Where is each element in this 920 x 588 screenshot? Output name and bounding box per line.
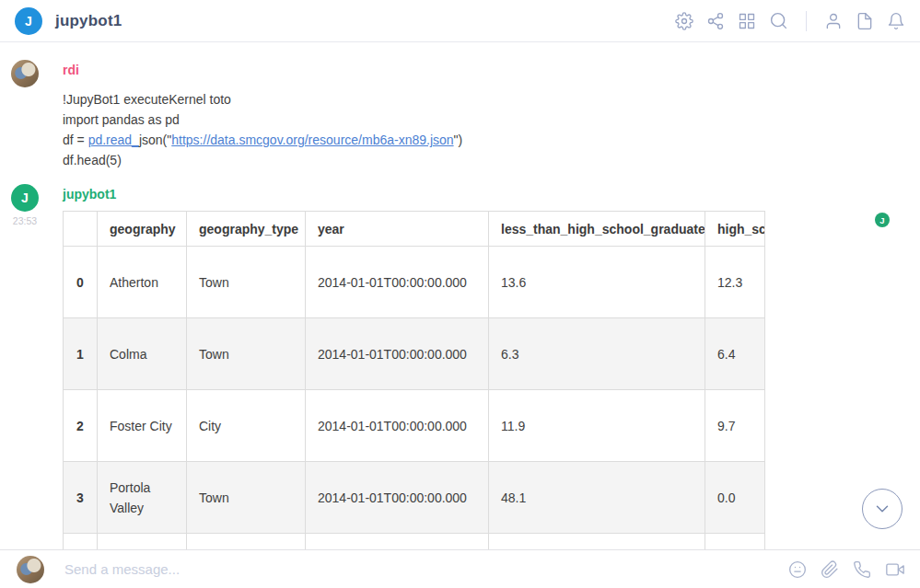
composer-toolbar	[788, 560, 905, 579]
table-cell: City	[187, 390, 306, 462]
table-cell: Town	[187, 318, 306, 390]
table-cell: Town	[187, 247, 306, 318]
jump-to-bottom-button[interactable]	[862, 489, 903, 529]
column-header-hs-graduate: high_school_graduate	[705, 212, 766, 247]
user-avatar-rdi[interactable]	[11, 60, 39, 87]
video-call-icon[interactable]	[885, 560, 905, 579]
table-cell: Atherton	[98, 247, 187, 318]
user-icon[interactable]	[824, 12, 843, 30]
table-cell: 2014-01-01T00:00:00.000	[306, 462, 489, 534]
table-row: 3 Portola Valley Town 2014-01-01T00:00:0…	[64, 462, 766, 534]
table-cell: 2014-01-01T00:00:00.000	[306, 247, 489, 318]
message-input[interactable]	[64, 561, 788, 577]
table-cell: 9.7	[705, 390, 766, 462]
paperclip-icon[interactable]	[821, 560, 839, 579]
code-line: !JupyBot1 executeKernel toto	[63, 89, 920, 110]
table-cell: 13.6	[489, 247, 705, 318]
table-row: 2 Foster City City 2014-01-01T00:00:00.0…	[64, 390, 766, 462]
dataframe-table: geography geography_type year less_than_…	[63, 211, 765, 549]
share-icon[interactable]	[706, 12, 725, 30]
code-text: df =	[63, 133, 88, 147]
table-cell: 11.9	[489, 390, 705, 462]
table-cell: 12.3	[705, 247, 766, 318]
table-row: 1 Colma Town 2014-01-01T00:00:00.000 6.3…	[64, 318, 766, 390]
table-cell	[705, 534, 766, 550]
message-jupybot1: J 23:53 jupybot1 geography	[0, 184, 920, 549]
message-gutter	[11, 60, 63, 170]
code-text: json("	[139, 133, 171, 147]
table-cell: 0.0	[705, 462, 766, 534]
table-cell	[98, 534, 187, 550]
row-index: 1	[64, 318, 98, 390]
table-cell	[187, 534, 306, 550]
code-line: df.head(5)	[63, 150, 920, 170]
message-body: rdi !JupyBot1 executeKernel toto import …	[63, 60, 920, 170]
chevron-down-icon	[872, 499, 892, 519]
composer-user-avatar	[17, 556, 44, 583]
code-line: df = pd.read_json("https://data.smcgov.o…	[63, 130, 920, 150]
table-cell: 2014-01-01T00:00:00.000	[306, 318, 489, 390]
settings-gear-icon[interactable]	[675, 12, 693, 30]
table-cell: 6.3	[489, 318, 705, 390]
emoji-icon[interactable]	[788, 560, 807, 579]
apps-grid-icon[interactable]	[738, 12, 756, 30]
table-cell: 2014-01-01T00:00:00.000	[306, 390, 489, 462]
row-index: 0	[64, 247, 98, 318]
row-index	[64, 534, 98, 550]
table-row: 0 Atherton Town 2014-01-01T00:00:00.000 …	[64, 247, 766, 318]
column-header-year: year	[306, 212, 489, 247]
column-header-geography: geography	[98, 212, 187, 247]
column-header-index	[64, 212, 98, 247]
message-gutter: J 23:53	[11, 184, 63, 549]
phone-call-icon[interactable]	[853, 560, 871, 579]
composer	[0, 549, 920, 588]
header-toolbar	[675, 11, 905, 31]
chat-app-window: J jupybot1	[0, 0, 920, 588]
table-cell	[489, 534, 705, 550]
table-cell: 6.4	[705, 318, 766, 390]
channel-title: jupybot1	[55, 12, 122, 30]
message-body: jupybot1 geography geography_type	[63, 184, 920, 549]
search-icon[interactable]	[769, 11, 788, 30]
table-cell: Portola Valley	[98, 462, 187, 534]
username-rdi[interactable]: rdi	[63, 63, 920, 77]
message-timestamp: 23:53	[11, 215, 39, 226]
bot-avatar-jupybot1[interactable]: J	[11, 184, 39, 212]
bot-presence-badge: J	[875, 213, 890, 227]
channel-avatar: J	[15, 7, 42, 35]
table-cell: Foster City	[98, 390, 187, 462]
table-cell: Colma	[98, 318, 187, 390]
table-cell	[306, 534, 489, 550]
table-cell: Town	[187, 462, 306, 534]
code-text: ")	[454, 133, 463, 147]
code-line: import pandas as pd	[63, 110, 920, 130]
document-icon[interactable]	[856, 12, 874, 30]
table-row-partial	[64, 534, 766, 550]
column-header-less-than-hs: less_than_high_school_graduate	[489, 212, 705, 247]
header-divider	[806, 11, 807, 31]
column-header-geography-type: geography_type	[187, 212, 306, 247]
url-link[interactable]: https://data.smcgov.org/resource/mb6a-xn…	[171, 133, 453, 147]
message-text: !JupyBot1 executeKernel toto import pand…	[63, 89, 920, 170]
auto-link[interactable]: pd.read_	[88, 133, 139, 147]
row-index: 3	[64, 462, 98, 534]
message-list: rdi !JupyBot1 executeKernel toto import …	[0, 42, 920, 549]
dataframe-table-container[interactable]: geography geography_type year less_than_…	[63, 211, 765, 549]
table-header-row: geography geography_type year less_than_…	[64, 212, 766, 247]
channel-header: J jupybot1	[0, 0, 920, 42]
message-rdi: rdi !JupyBot1 executeKernel toto import …	[0, 60, 920, 170]
table-cell: 48.1	[489, 462, 705, 534]
username-jupybot1[interactable]: jupybot1	[63, 187, 920, 202]
row-index: 2	[64, 390, 98, 462]
bell-icon[interactable]	[887, 12, 905, 30]
